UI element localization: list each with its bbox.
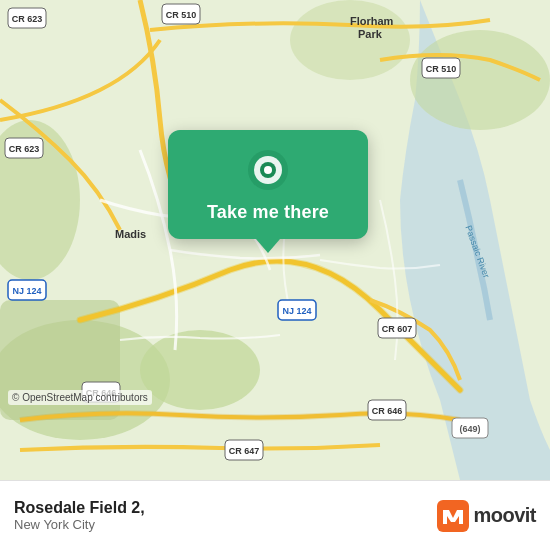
svg-text:CR 646: CR 646 xyxy=(372,406,403,416)
svg-text:NJ 124: NJ 124 xyxy=(12,286,41,296)
svg-text:CR 647: CR 647 xyxy=(229,446,260,456)
svg-text:NJ 124: NJ 124 xyxy=(282,306,311,316)
moovit-icon xyxy=(437,500,469,532)
location-pin-icon xyxy=(246,148,290,192)
svg-text:CR 623: CR 623 xyxy=(12,14,43,24)
svg-point-36 xyxy=(264,166,272,174)
svg-text:Park: Park xyxy=(358,28,383,40)
location-city: New York City xyxy=(14,517,437,532)
svg-text:(649): (649) xyxy=(459,424,480,434)
map-container: CR 623 CR 510 CR 510 CR 623 NJ 124 NJ 12… xyxy=(0,0,550,480)
svg-text:CR 510: CR 510 xyxy=(166,10,197,20)
svg-rect-37 xyxy=(437,500,469,532)
svg-text:Florham: Florham xyxy=(350,15,394,27)
copyright-text: © OpenStreetMap contributors xyxy=(8,390,152,405)
location-info: Rosedale Field 2, New York City xyxy=(14,499,437,532)
location-name: Rosedale Field 2, xyxy=(14,499,437,517)
svg-text:CR 510: CR 510 xyxy=(426,64,457,74)
svg-point-3 xyxy=(410,30,550,130)
popup-card[interactable]: Take me there xyxy=(168,130,368,239)
svg-text:CR 623: CR 623 xyxy=(9,144,40,154)
take-me-there-button[interactable]: Take me there xyxy=(207,202,329,223)
moovit-logo[interactable]: moovit xyxy=(437,500,536,532)
bottom-bar: Rosedale Field 2, New York City moovit xyxy=(0,480,550,550)
moovit-text: moovit xyxy=(473,504,536,527)
svg-point-6 xyxy=(140,330,260,410)
svg-point-4 xyxy=(290,0,410,80)
svg-text:Madis: Madis xyxy=(115,228,146,240)
svg-text:CR 607: CR 607 xyxy=(382,324,413,334)
